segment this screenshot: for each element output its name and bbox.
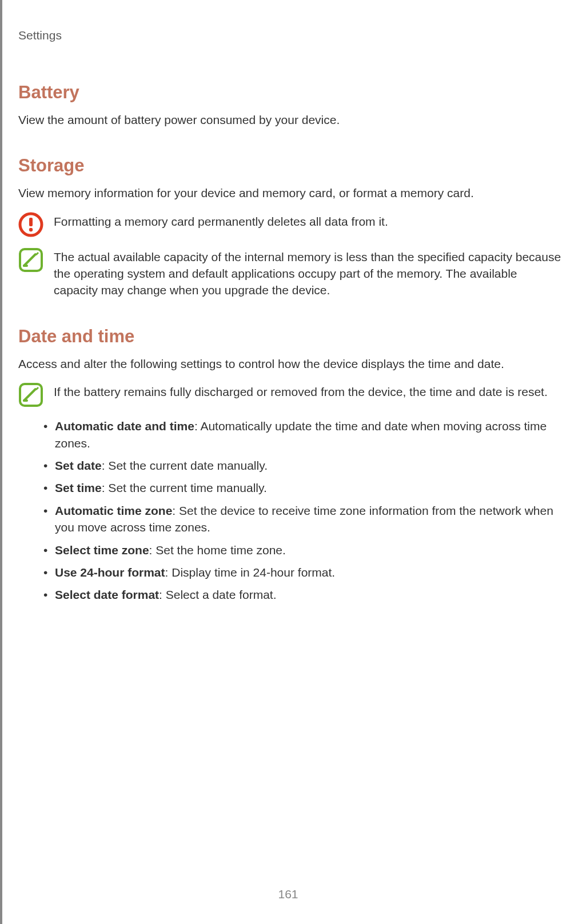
list-desc: : Set the current time manually.	[102, 481, 267, 494]
list-desc: : Set the current date manually.	[102, 459, 268, 472]
warning-icon	[18, 212, 43, 237]
section-heading-datetime: Date and time	[18, 326, 563, 347]
battery-intro: View the amount of battery power consume…	[18, 112, 563, 128]
list-term: Set date	[55, 459, 102, 472]
list-item: Automatic time zone: Set the device to r…	[43, 502, 563, 536]
section-heading-battery: Battery	[18, 82, 563, 103]
callout-warning-text: Formatting a memory card permanently del…	[54, 212, 563, 230]
svg-line-8	[24, 389, 35, 401]
note-icon	[18, 382, 43, 407]
list-term: Set time	[55, 481, 102, 494]
svg-line-4	[24, 254, 35, 266]
list-term: Select date format	[55, 588, 159, 601]
list-term: Select time zone	[55, 543, 149, 557]
datetime-bullet-list: Automatic date and time: Automatically u…	[18, 418, 563, 603]
callout-note-datetime: If the battery remains fully discharged …	[18, 382, 563, 407]
list-term: Automatic time zone	[55, 504, 172, 517]
list-desc: : Display time in 24-hour format.	[165, 566, 336, 579]
section-heading-storage: Storage	[18, 155, 563, 176]
list-item: Automatic date and time: Automatically u…	[43, 418, 563, 451]
list-term: Automatic date and time	[55, 419, 194, 433]
svg-rect-1	[29, 218, 33, 226]
list-item: Select time zone: Set the home time zone…	[43, 542, 563, 558]
svg-point-2	[29, 227, 33, 231]
page-header: Settings	[18, 29, 563, 42]
list-item: Use 24-hour format: Display time in 24-h…	[43, 564, 563, 581]
list-item: Select date format: Select a date format…	[43, 586, 563, 603]
note-icon	[18, 247, 43, 273]
list-desc: : Set the home time zone.	[149, 543, 286, 557]
list-item: Set date: Set the current date manually.	[43, 457, 563, 474]
storage-intro: View memory information for your device …	[18, 185, 563, 201]
callout-note-storage: The actual available capacity of the int…	[18, 247, 563, 299]
list-term: Use 24-hour format	[55, 566, 165, 579]
callout-warning: Formatting a memory card permanently del…	[18, 212, 563, 237]
callout-note-datetime-text: If the battery remains fully discharged …	[54, 382, 563, 400]
callout-note-storage-text: The actual available capacity of the int…	[54, 247, 563, 299]
datetime-intro: Access and alter the following settings …	[18, 356, 563, 372]
list-desc: : Select a date format.	[159, 588, 276, 601]
list-item: Set time: Set the current time manually.	[43, 479, 563, 496]
page-number: 161	[2, 887, 574, 901]
